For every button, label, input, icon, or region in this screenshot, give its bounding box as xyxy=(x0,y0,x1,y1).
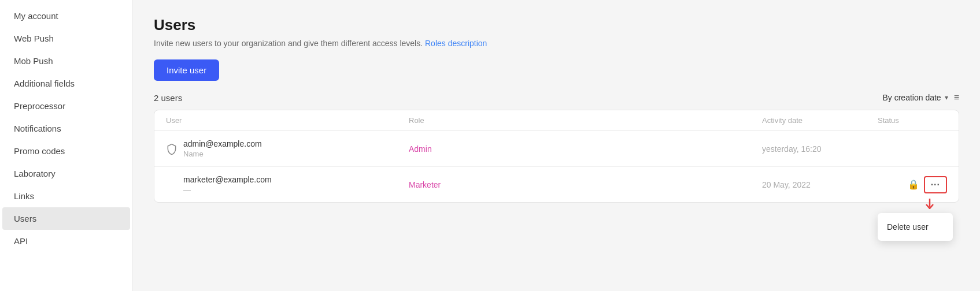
sort-controls: By creation date ▾ ≡ xyxy=(882,92,959,103)
user-info: marketer@example.com — xyxy=(183,175,272,194)
more-options-button[interactable]: ··· xyxy=(924,176,947,193)
users-count: 2 users xyxy=(154,93,182,103)
sidebar-item-links[interactable]: Links xyxy=(2,185,130,207)
subtitle: Invite new users to your organization an… xyxy=(154,39,959,48)
invite-user-button[interactable]: Invite user xyxy=(154,59,219,81)
page-title: Users xyxy=(154,16,959,34)
sidebar-item-promo-codes[interactable]: Promo codes xyxy=(2,140,130,162)
delete-user-option[interactable]: Delete user xyxy=(878,217,953,237)
user-email: marketer@example.com xyxy=(183,175,272,184)
user-info: admin@example.com Name xyxy=(183,139,262,158)
main-content: Users Invite new users to your organizat… xyxy=(133,0,980,291)
shield-icon xyxy=(166,143,177,155)
subtitle-text: Invite new users to your organization an… xyxy=(154,39,423,48)
sort-dropdown[interactable]: By creation date ▾ xyxy=(882,93,948,102)
dropdown-menu: Delete user xyxy=(878,213,953,241)
sidebar-item-my-account[interactable]: My account xyxy=(2,5,130,27)
roles-link[interactable]: Roles description xyxy=(425,39,487,48)
sidebar-item-web-push[interactable]: Web Push xyxy=(2,27,130,50)
chevron-down-icon: ▾ xyxy=(945,94,948,102)
lock-icon: 🔒 xyxy=(908,179,919,190)
sidebar-item-api[interactable]: API xyxy=(2,230,130,252)
col-status: Status xyxy=(878,116,947,125)
users-table: User Role Activity date Status admin@exa… xyxy=(154,110,959,203)
sidebar-item-laboratory[interactable]: Laboratory xyxy=(2,162,130,185)
sidebar-item-additional-fields[interactable]: Additional fields xyxy=(2,72,130,95)
sidebar-item-users[interactable]: Users xyxy=(2,207,130,230)
table-row: admin@example.com Name Admin yesterday, … xyxy=(154,131,959,167)
sidebar-item-preprocessor[interactable]: Preprocessor xyxy=(2,95,130,117)
col-user: User xyxy=(166,116,409,125)
dropdown-arrow-indicator xyxy=(925,199,934,211)
user-display-name: — xyxy=(183,185,272,194)
list-view-icon[interactable]: ≡ xyxy=(954,92,959,103)
sidebar-item-mob-push[interactable]: Mob Push xyxy=(2,50,130,72)
col-role: Role xyxy=(409,116,762,125)
sort-label: By creation date xyxy=(882,93,941,102)
users-count-row: 2 users By creation date ▾ ≡ xyxy=(154,92,959,103)
table-header: User Role Activity date Status xyxy=(154,110,959,131)
user-cell: marketer@example.com — xyxy=(166,175,409,194)
sidebar-item-notifications[interactable]: Notifications xyxy=(2,117,130,140)
activity-date: 20 May, 2022 xyxy=(762,180,878,189)
user-email: admin@example.com xyxy=(183,139,262,148)
sidebar: My accountWeb PushMob PushAdditional fie… xyxy=(0,0,133,291)
table-row: marketer@example.com — Marketer 20 May, … xyxy=(154,167,959,202)
user-display-name: Name xyxy=(183,150,262,158)
col-activity: Activity date xyxy=(762,116,878,125)
user-cell: admin@example.com Name xyxy=(166,139,409,158)
user-role: Admin xyxy=(409,144,762,154)
status-cell: 🔒 ··· xyxy=(878,176,947,193)
user-role: Marketer xyxy=(409,180,762,189)
activity-date: yesterday, 16:20 xyxy=(762,144,878,154)
